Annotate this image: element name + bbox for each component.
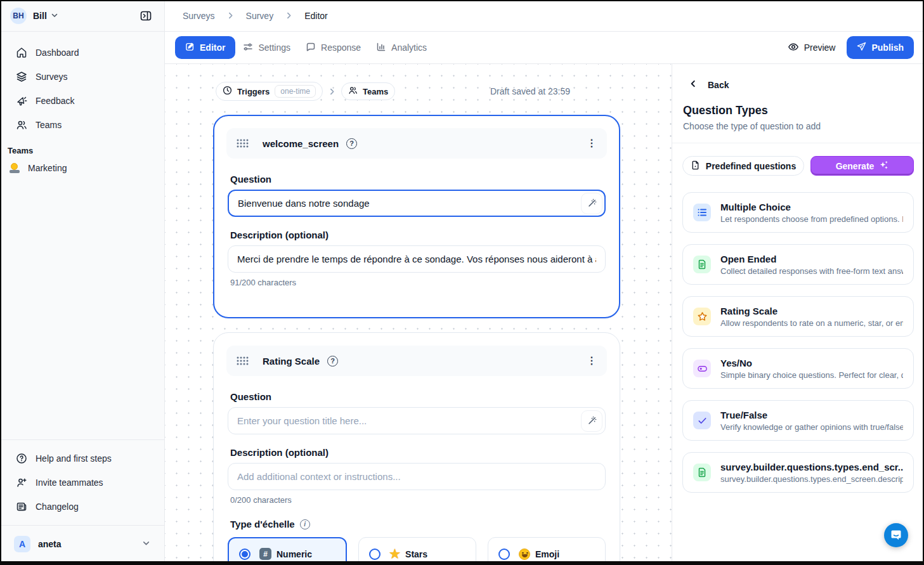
scale-option-emoji[interactable]: Emoji bbox=[488, 537, 606, 565]
scale-option-stars[interactable]: ★ Stars bbox=[358, 537, 476, 565]
document-icon bbox=[693, 256, 711, 273]
magic-wand-icon[interactable] bbox=[581, 410, 602, 432]
triggers-label: Triggers bbox=[237, 87, 270, 96]
trigger-frequency-badge: one-time bbox=[275, 85, 316, 98]
bar-chart-icon bbox=[376, 42, 386, 54]
question-title-input[interactable] bbox=[228, 407, 606, 434]
tab-analytics[interactable]: Analytics bbox=[368, 36, 434, 60]
sidebar-footer: Help and first steps Invite teammates Ch… bbox=[0, 439, 164, 525]
workspace-name: Bill bbox=[33, 11, 47, 21]
document-icon bbox=[693, 464, 711, 481]
home-icon bbox=[15, 46, 28, 59]
triggers-chip[interactable]: Triggers one-time bbox=[216, 82, 323, 101]
sidebar-item-changelog[interactable]: Changelog bbox=[8, 495, 157, 519]
eye-icon bbox=[788, 41, 799, 55]
question-type-title: True/False bbox=[720, 410, 903, 420]
teams-section-label: Teams bbox=[0, 137, 164, 158]
layers-icon bbox=[15, 70, 28, 83]
tab-label: Response bbox=[321, 42, 361, 53]
megaphone-icon bbox=[15, 94, 28, 107]
question-description-input[interactable] bbox=[228, 463, 606, 490]
question-type-description: Collect detailed responses with free-for… bbox=[720, 266, 903, 276]
tab-response[interactable]: Response bbox=[298, 36, 368, 60]
sidebar-item-dashboard[interactable]: Dashboard bbox=[8, 41, 157, 65]
publish-label: Publish bbox=[871, 42, 904, 53]
toggle-icon bbox=[693, 360, 711, 377]
sidebar: BH Bill Dashboard Surveys bbox=[0, 0, 165, 565]
main-area: Surveys Survey Editor Editor Setting bbox=[165, 0, 924, 565]
editor-toolbar: Editor Settings Response Analytics bbox=[165, 32, 924, 64]
workspace-switcher[interactable]: BH Bill bbox=[0, 0, 164, 32]
help-icon[interactable]: ? bbox=[327, 356, 338, 367]
question-card-welcome-screen[interactable]: welcome_screen ? ⋮ Question Description … bbox=[213, 115, 620, 318]
question-card-header: Rating Scale ? ⋮ bbox=[226, 346, 607, 376]
question-card-rating-scale[interactable]: Rating Scale ? ⋮ Question Description (o… bbox=[213, 332, 620, 565]
question-type-title: Multiple Choice bbox=[720, 202, 903, 212]
teams-chip[interactable]: Teams bbox=[341, 82, 395, 100]
predefined-questions-button[interactable]: Predefined questions bbox=[682, 156, 804, 176]
question-card-title: welcome_screen bbox=[263, 138, 339, 149]
teams-chip-label: Teams bbox=[363, 87, 388, 96]
question-types-panel: Back Question Types Choose the type of q… bbox=[672, 64, 924, 565]
question-title-input[interactable] bbox=[228, 190, 606, 217]
question-type-title: survey.builder.questions.types.end_scr..… bbox=[720, 462, 903, 472]
question-type-description: Allow respondents to rate on a numeric, … bbox=[720, 318, 903, 328]
breadcrumb-surveys[interactable]: Surveys bbox=[183, 11, 215, 21]
smiley-emoji-icon bbox=[519, 549, 530, 560]
account-menu[interactable]: A aneta bbox=[8, 532, 157, 556]
question-type-yes-no[interactable]: Yes/No Simple binary choice questions. P… bbox=[682, 348, 914, 389]
sidebar-item-invite[interactable]: Invite teammates bbox=[8, 471, 157, 495]
question-type-description: Simple binary choice questions. Perfect … bbox=[720, 370, 903, 380]
file-icon bbox=[691, 160, 700, 172]
question-type-multiple-choice[interactable]: Multiple Choice Let respondents choose f… bbox=[682, 192, 914, 233]
question-type-title: Rating Scale bbox=[720, 306, 903, 316]
question-type-description: Let respondents choose from predefined o… bbox=[720, 214, 903, 224]
drag-handle-icon[interactable] bbox=[237, 139, 249, 148]
generate-button[interactable]: Generate bbox=[810, 156, 914, 176]
collapse-sidebar-icon[interactable] bbox=[136, 6, 155, 25]
magic-wand-icon[interactable] bbox=[581, 193, 602, 214]
tab-label: Analytics bbox=[391, 42, 427, 53]
preview-button[interactable]: Preview bbox=[788, 41, 836, 55]
chevron-down-icon bbox=[142, 539, 150, 549]
chat-launcher-button[interactable] bbox=[884, 523, 908, 547]
breadcrumb-survey[interactable]: Survey bbox=[246, 11, 274, 21]
radio-icon bbox=[498, 549, 510, 560]
question-type-title: Yes/No bbox=[720, 358, 903, 368]
sidebar-nav: Dashboard Surveys Feedback Teams bbox=[0, 32, 164, 137]
back-button[interactable]: Back bbox=[682, 79, 914, 90]
question-type-title: Open Ended bbox=[720, 254, 903, 264]
question-type-true-false[interactable]: True/False Verify knowledge or gather op… bbox=[682, 400, 914, 441]
team-name: Marketing bbox=[28, 163, 67, 173]
drag-handle-icon[interactable] bbox=[237, 356, 249, 365]
info-icon[interactable]: i bbox=[300, 519, 310, 529]
question-description-input[interactable] bbox=[228, 245, 606, 273]
sidebar-item-feedback[interactable]: Feedback bbox=[8, 89, 157, 113]
question-type-rating-scale[interactable]: Rating Scale Allow respondents to rate o… bbox=[682, 296, 914, 337]
question-type-end-screen[interactable]: survey.builder.questions.types.end_scr..… bbox=[682, 452, 914, 493]
sidebar-item-marketing[interactable]: Marketing bbox=[0, 158, 164, 178]
question-card-title: Rating Scale bbox=[263, 356, 320, 367]
sidebar-item-teams[interactable]: Teams bbox=[8, 113, 157, 137]
question-type-open-ended[interactable]: Open Ended Collect detailed responses wi… bbox=[682, 244, 914, 285]
kebab-menu-icon[interactable]: ⋮ bbox=[587, 356, 597, 366]
draft-status: Draft saved at 23:59 bbox=[490, 86, 570, 96]
sidebar-item-surveys[interactable]: Surveys bbox=[8, 65, 157, 89]
app-window: BH Bill Dashboard Surveys bbox=[0, 0, 924, 565]
breadcrumb-editor: Editor bbox=[304, 11, 328, 21]
kebab-menu-icon[interactable]: ⋮ bbox=[587, 138, 597, 148]
char-count: 0/200 characters bbox=[230, 495, 607, 505]
tab-settings[interactable]: Settings bbox=[235, 36, 298, 60]
clock-icon bbox=[223, 86, 232, 97]
publish-button[interactable]: Publish bbox=[847, 36, 914, 59]
scale-option-numeric[interactable]: # Numeric bbox=[228, 537, 347, 565]
help-icon[interactable]: ? bbox=[346, 138, 357, 149]
technologist-emoji-icon bbox=[9, 163, 20, 173]
sidebar-item-help[interactable]: Help and first steps bbox=[8, 446, 157, 471]
predefined-questions-label: Predefined questions bbox=[706, 161, 796, 171]
check-icon bbox=[693, 412, 711, 429]
sliders-icon bbox=[243, 42, 253, 54]
tab-editor[interactable]: Editor bbox=[175, 36, 235, 59]
number-keycap-icon: # bbox=[259, 548, 271, 560]
chevron-right-icon bbox=[226, 11, 235, 20]
